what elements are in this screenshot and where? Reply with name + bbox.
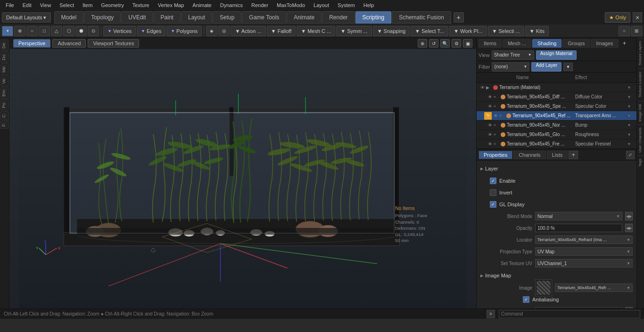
select-btn[interactable]: ▼ Select T... <box>411 26 448 36</box>
menu-help[interactable]: Help <box>360 1 378 9</box>
tab-schematic-fusion[interactable]: Schematic Fusion <box>392 11 451 24</box>
expand-icon-0[interactable]: ▶ <box>486 85 492 90</box>
expand-icon-6[interactable]: + <box>494 142 499 146</box>
expand-icon-3[interactable]: + <box>499 113 505 118</box>
blend-mode-select[interactable]: Normal ▼ <box>535 212 622 220</box>
vtab-texture-layers[interactable]: Texture Layers <box>637 38 644 68</box>
vp-icon-rotate[interactable]: ↺ <box>429 39 438 48</box>
vertices-btn[interactable]: ▼ Vertices <box>103 26 136 36</box>
menu-render[interactable]: Render <box>248 1 272 9</box>
projection-select[interactable]: UV Map ▼ <box>535 247 633 256</box>
vp-tab-perspective[interactable]: Perspective <box>13 39 50 48</box>
bottom-cmd-arrow[interactable]: > <box>487 310 495 318</box>
menu-animate[interactable]: Animate <box>189 1 215 9</box>
tab-animate[interactable]: Animate <box>287 11 322 24</box>
action-btn[interactable]: ▼ Action ... <box>231 26 265 36</box>
opacity-slider-end[interactable]: ◀▶ <box>625 224 633 232</box>
menu-item[interactable]: Item <box>79 1 96 9</box>
tab-items[interactable]: Items <box>479 39 502 48</box>
kits-btn[interactable]: ▼ Kits <box>525 26 549 36</box>
tab-model[interactable]: Model <box>54 11 84 24</box>
sidebar-ve[interactable]: Ve: <box>0 75 9 86</box>
menu-system[interactable]: System <box>334 1 359 9</box>
image-map-triangle[interactable]: ▶ <box>480 274 483 278</box>
props-tab-lists[interactable]: Lists <box>547 151 568 159</box>
selection-btn[interactable]: ▼ Selecti ... <box>488 26 524 36</box>
eye-icon-5[interactable]: 👁 <box>486 131 494 138</box>
menu-geometry[interactable]: Geometry <box>97 1 127 9</box>
shader-row-5[interactable]: 👁 + Terrarium_90x45x45_Glo ... Roughness… <box>477 130 636 139</box>
eye-icon-4[interactable]: 👁 <box>486 121 494 129</box>
close-button[interactable]: ✕ <box>633 12 642 23</box>
tool-t5[interactable]: △ <box>51 26 62 36</box>
vp-icon-fullscreen[interactable]: ▣ <box>463 39 472 48</box>
tab-layout[interactable]: Layout <box>181 11 212 24</box>
filter-dropdown[interactable]: (none) ▼ <box>492 62 529 72</box>
mode-icon2[interactable]: ◎ <box>218 26 230 36</box>
tool-move[interactable]: ⊕ <box>14 26 25 36</box>
shader-row-4[interactable]: 👁 + Terrarium_90x45x45_Nor ... Bump ▼ <box>477 121 636 130</box>
aa-strength-slider[interactable]: ◀▶ <box>625 307 633 308</box>
tool-select[interactable]: ✦ <box>2 26 13 36</box>
tab-render[interactable]: Render <box>322 11 355 24</box>
antialiasing-checkbox[interactable]: ✓ <box>523 296 529 303</box>
eye-icon-2[interactable]: 👁 <box>486 103 494 110</box>
menu-edit[interactable]: Edit <box>19 1 35 9</box>
add-tab-button[interactable]: + <box>454 12 464 23</box>
eye-icon-3[interactable]: 👁 <box>492 112 499 120</box>
vp-icon-zoom[interactable]: 🔍 <box>440 39 450 48</box>
tool-scale[interactable]: □ <box>39 26 50 36</box>
vtab-image-still[interactable]: Image Still <box>637 101 644 124</box>
menu-file[interactable]: File <box>2 1 18 9</box>
props-tab-channels[interactable]: Channels <box>513 151 545 159</box>
falloff-btn[interactable]: ▼ Falloff <box>267 26 296 36</box>
vp-tab-advanced[interactable]: Advanced <box>52 39 86 48</box>
tab-uvedit[interactable]: UVEdit <box>121 11 153 24</box>
symm-btn[interactable]: ▼ Symm ... <box>336 26 372 36</box>
command-input[interactable] <box>499 310 640 318</box>
image-select[interactable]: Terrarium_90x45x45_Refr ... ▼ <box>555 283 633 292</box>
expand-icon-1[interactable]: + <box>494 95 499 99</box>
props-tab-add[interactable]: + <box>569 151 578 159</box>
menu-texture[interactable]: Texture <box>129 1 153 9</box>
shader-row-1[interactable]: 👁 + Terrarium_90x45x45_Diff ... Diffuse … <box>477 92 636 102</box>
scene-container[interactable]: No Items Polygons : Face Channels: 0 Def… <box>9 49 476 308</box>
shader-row-6[interactable]: 👁 + Terrarium_90x45x45_Fre ... Specular … <box>477 139 636 149</box>
sidebar-de[interactable]: De: <box>0 40 9 51</box>
tool-t7[interactable]: ⬣ <box>75 26 87 36</box>
tab-mesh[interactable]: Mesh ... <box>503 39 531 48</box>
section-triangle[interactable]: ▶ <box>480 167 483 171</box>
vtab-texture-locator[interactable]: Texture Locator <box>637 68 644 100</box>
props-tab-properties[interactable]: Properties <box>479 151 512 159</box>
tab-images[interactable]: Images <box>591 39 618 48</box>
shader-row-3[interactable]: ✎ 👁 + Terrarium_90x45x45_Ref ... Transpa… <box>477 111 636 121</box>
expand-icon-5[interactable]: + <box>494 132 499 137</box>
tool-t8[interactable]: ⊙ <box>88 26 99 36</box>
add-layer-button[interactable]: Add Layer <box>531 62 561 72</box>
snapping-btn[interactable]: ▼ Snapping <box>373 26 410 36</box>
image-thumbnail[interactable] <box>535 279 552 296</box>
tool-t6[interactable]: ⬡ <box>63 26 74 36</box>
workplane-btn[interactable]: ▼ Work Pl... <box>449 26 487 36</box>
menu-select[interactable]: Select <box>56 1 78 9</box>
tab-shading[interactable]: Shading <box>532 39 561 48</box>
gl-display-checkbox[interactable]: ✓ <box>490 201 496 208</box>
sidebar-po[interactable]: Po: <box>0 99 9 111</box>
mesh-btn[interactable]: ▼ Mesh C ... <box>297 26 335 36</box>
tab-groups[interactable]: Groups <box>562 39 590 48</box>
vp-icon-move[interactable]: ⊕ <box>418 39 427 48</box>
tab-setup[interactable]: Setup <box>213 11 241 24</box>
tab-game-tools[interactable]: Game Tools <box>242 11 286 24</box>
filter-expand-btn[interactable]: ▼ <box>563 63 573 71</box>
sidebar-c[interactable]: C: <box>0 111 9 120</box>
expand-icon-4[interactable]: + <box>494 123 499 128</box>
set-texture-select[interactable]: UVChannel_1 ▼ <box>535 259 633 267</box>
view-dropdown[interactable]: Shader Tree ▼ <box>492 50 534 60</box>
vp-icon-settings[interactable]: ⚙ <box>452 39 461 48</box>
assign-material-button[interactable]: Assign Material <box>536 50 577 60</box>
tab-topology[interactable]: Topology <box>84 11 121 24</box>
mode-icon1[interactable]: ◈ <box>206 26 217 36</box>
vtab-user-channels[interactable]: User Channels <box>637 124 644 155</box>
menu-view[interactable]: View <box>36 1 55 9</box>
eye-icon-1[interactable]: 👁 <box>486 93 494 101</box>
